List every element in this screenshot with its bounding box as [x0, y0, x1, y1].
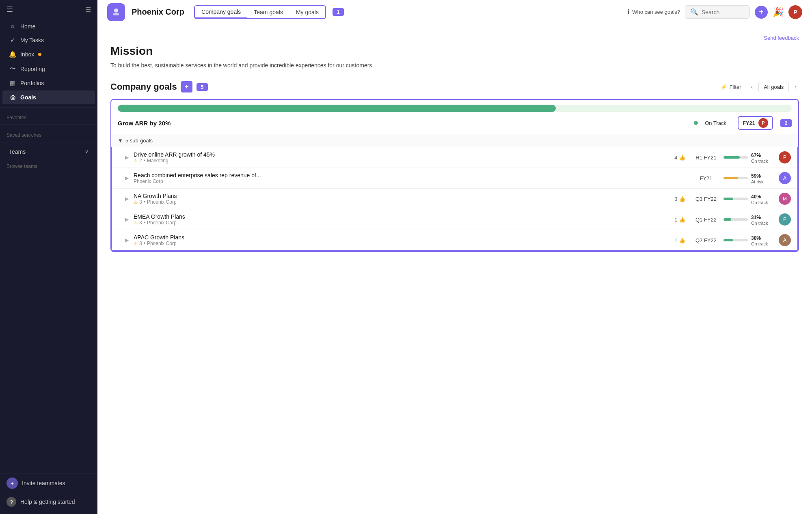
bell-icon: 🔔 — [9, 51, 16, 58]
sub-goal-date: Q3 FY22 — [692, 196, 720, 202]
sidebar-nav: ○ Home ✓ My Tasks 🔔 Inbox 〜 Reporting ▦ … — [0, 19, 97, 105]
filter-button[interactable]: ⚡ Filter — [717, 82, 745, 92]
portfolio-icon: ▦ — [9, 80, 16, 87]
progress-pct: 59 — [751, 173, 756, 179]
sub-goal-tag: Marketing — [147, 158, 168, 163]
sub-goal-row: ▶ NA Growth Plans ⚠ 3 • Phoenix Corp 3 👍… — [112, 189, 797, 209]
company-name: Phoenix Corp — [132, 7, 184, 17]
tab-my-goals[interactable]: My goals — [289, 6, 325, 18]
arrow-down-icon: ▼ — [118, 138, 123, 144]
sidebar-item-inbox[interactable]: 🔔 Inbox — [2, 47, 95, 61]
browse-teams-label[interactable]: Browse teams — [0, 159, 97, 171]
sub-goal-progress: 38% On track — [723, 234, 772, 246]
sub-status: On track — [751, 159, 768, 163]
sub-goal-expand-icon[interactable]: ▶ — [125, 196, 129, 202]
sidebar-item-label: Reporting — [20, 66, 45, 72]
header-right: ℹ Who can see goals? 🔍 + 🎉 P — [627, 5, 802, 19]
sub-status: At risk — [751, 179, 764, 184]
badge-2: 2 — [780, 119, 792, 127]
sidebar-bottom: + Invite teammates ? Help & getting star… — [0, 473, 97, 514]
sidebar-item-reporting[interactable]: 〜 Reporting — [2, 62, 95, 76]
sub-goal-date: Q2 FY22 — [692, 237, 720, 243]
sub-goal-progress: 40% On track — [723, 193, 772, 205]
help-button[interactable]: ? Help & getting started — [0, 493, 97, 511]
sub-goals-toggle[interactable]: ▼ 5 sub-goals — [111, 134, 798, 147]
sidebar-item-teams[interactable]: Teams ∨ — [2, 145, 95, 158]
sub-goal-meta: ⚠ 3 • Phoenix Corp — [134, 241, 671, 246]
sub-goal-avatar: A — [779, 172, 791, 184]
sub-goal-row: ▶ APAC Growth Plans ⚠ 3 • Phoenix Corp 1… — [112, 230, 797, 250]
sidebar-item-goals[interactable]: ◎ Goals — [2, 90, 95, 104]
tab-team-goals[interactable]: Team goals — [247, 6, 289, 18]
check-icon: ✓ — [9, 37, 16, 44]
on-track-label: On Track — [705, 120, 726, 126]
sub-goal-expand-icon[interactable]: ▶ — [125, 237, 129, 243]
likes-1: 4 👍 — [674, 155, 685, 161]
sidebar-item-portfolios[interactable]: ▦ Portfolios — [2, 76, 95, 90]
sidebar-item-label: My Tasks — [20, 37, 44, 43]
who-can-see-label: Who can see goals? — [632, 9, 680, 15]
progress-fill — [723, 218, 731, 221]
user-avatar[interactable]: P — [788, 5, 802, 19]
who-can-see-button[interactable]: ℹ Who can see goals? — [627, 8, 680, 16]
goals-filter-area: ⚡ Filter ‹ All goals › — [717, 82, 799, 92]
sidebar-item-home[interactable]: ○ Home — [2, 19, 95, 33]
sub-goals-list: ▶ Drive online ARR growth of 45% ⚠ 2 • M… — [111, 147, 798, 251]
sub-goal-info: Reach combined enterprise sales rep reve… — [134, 172, 689, 184]
sub-goal-warnings: 3 — [139, 199, 142, 205]
chart-icon: 〜 — [9, 65, 16, 73]
sub-goal-expand-icon[interactable]: ▶ — [125, 175, 129, 181]
notification-icon[interactable]: 🎉 — [773, 7, 784, 17]
send-feedback-link[interactable]: Send feedback — [764, 35, 799, 41]
help-label: Help & getting started — [20, 499, 75, 505]
invite-teammates-button[interactable]: + Invite teammates — [0, 473, 97, 493]
add-button[interactable]: + — [755, 6, 768, 19]
progress-fill — [723, 239, 733, 241]
sidebar-item-label: Goals — [20, 94, 36, 101]
mission-title: Mission — [110, 45, 799, 58]
goal-tabs: Company goals Team goals My goals — [194, 5, 326, 19]
next-arrow-icon[interactable]: › — [792, 82, 799, 92]
prev-arrow-icon[interactable]: ‹ — [749, 82, 756, 92]
inbox-notification-dot — [38, 53, 41, 56]
sub-goal-tag: Phoenix Corp — [134, 179, 163, 184]
sub-goal-info: NA Growth Plans ⚠ 3 • Phoenix Corp — [134, 193, 671, 205]
dot-sep: • — [144, 241, 145, 246]
invite-icon: + — [6, 477, 18, 489]
progress-pct: 67 — [751, 153, 756, 158]
dot-sep: • — [144, 220, 145, 226]
progress-track — [723, 156, 748, 159]
goal-header-row: Grow ARR by 20% On Track FY21 P 2 — [111, 112, 798, 134]
period-badge: FY21 P — [738, 116, 773, 130]
likes-5: 1 👍 — [674, 237, 685, 243]
sub-goal-avatar: P — [779, 151, 791, 163]
sub-goal-avatar: M — [779, 193, 791, 205]
sub-goal-row: ▶ Drive online ARR growth of 45% ⚠ 2 • M… — [112, 147, 797, 168]
company-goals-header: Company goals + 5 ⚡ Filter ‹ All goals › — [110, 81, 799, 92]
sub-goal-warnings: 3 — [139, 241, 142, 246]
goal-owner-avatar: P — [758, 118, 768, 128]
sub-goal-expand-icon[interactable]: ▶ — [125, 217, 129, 222]
progress-track — [723, 177, 748, 179]
likes-4: 1 👍 — [674, 217, 685, 223]
sidebar-item-my-tasks[interactable]: ✓ My Tasks — [2, 33, 95, 47]
progress-pct: 38 — [751, 235, 756, 241]
all-goals-button[interactable]: All goals — [758, 82, 789, 92]
sub-goal-progress: 31% On track — [723, 213, 772, 226]
add-goal-button[interactable]: + — [181, 81, 192, 92]
progress-track — [723, 218, 748, 221]
favorites-label: Favorites — [0, 110, 97, 122]
tab-badge-1: 1 — [333, 8, 344, 16]
svg-rect-1 — [113, 13, 119, 15]
goal-progress-fill — [118, 105, 556, 112]
sidebar-toggle-icon[interactable]: ☰ — [6, 5, 13, 14]
sidebar-header: ☰ ☰ — [0, 0, 97, 19]
saved-searches-label: Saved searches — [0, 127, 97, 140]
search-box[interactable]: 🔍 — [685, 5, 750, 19]
mission-description: To build the best, sustainable services … — [110, 61, 395, 70]
sub-goal-tag: Phoenix Corp — [147, 220, 177, 226]
tab-company-goals[interactable]: Company goals — [195, 6, 247, 18]
sub-goal-expand-icon[interactable]: ▶ — [125, 155, 129, 160]
sub-goal-row: ▶ EMEA Growth Plans ⚠ 3 • Phoenix Corp 1… — [112, 209, 797, 230]
search-input[interactable] — [702, 9, 742, 15]
